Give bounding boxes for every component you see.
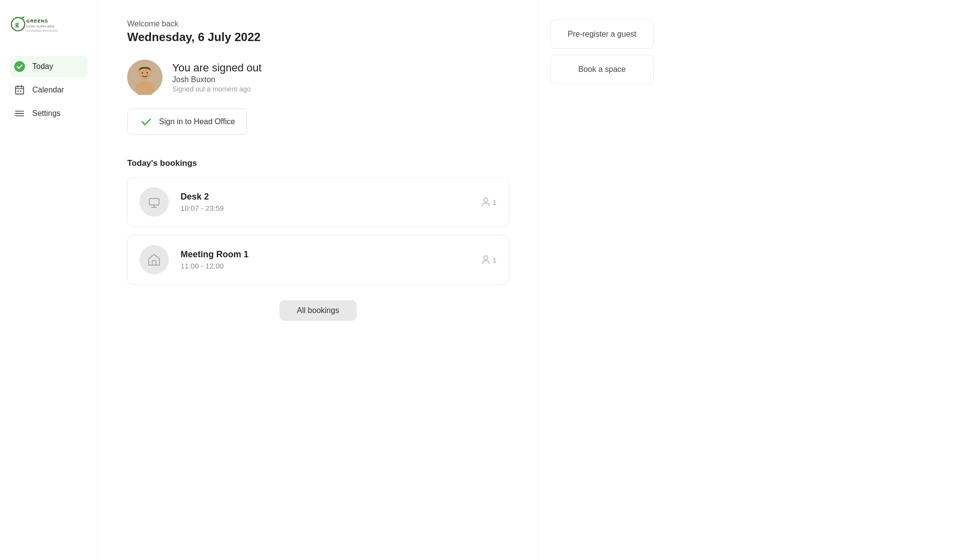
- right-panel: Pre-register a guest Book a space: [538, 0, 665, 560]
- booking-attendees-meeting-room1: 1: [481, 255, 497, 265]
- user-name: Josh Buxton: [172, 75, 262, 84]
- logo-area: g GREENS FOOD SUPPLIERS & CATERING SPECI…: [10, 12, 88, 38]
- booking-details-meeting-room1: Meeting Room 1 11:00 - 12:00: [181, 249, 481, 270]
- bookings-section: Today's bookings Desk 2 10:07 - 23:59: [127, 158, 509, 321]
- svg-text:& CATERING SPECIALISTS: & CATERING SPECIALISTS: [26, 30, 58, 32]
- person-icon: [481, 255, 491, 265]
- sidebar-item-settings[interactable]: Settings: [10, 103, 88, 124]
- svg-rect-24: [152, 261, 156, 265]
- svg-rect-11: [20, 90, 22, 92]
- desk-icon: [146, 194, 162, 210]
- checkmark-icon: [139, 115, 153, 129]
- user-card: You are signed out Josh Buxton Signed ou…: [127, 60, 509, 95]
- booking-name-desk2: Desk 2: [181, 192, 481, 202]
- svg-rect-6: [16, 87, 24, 94]
- avatar: [127, 60, 162, 95]
- booking-attendees-desk2: 1: [481, 197, 497, 207]
- attendee-count-meeting-room1: 1: [493, 256, 497, 264]
- svg-text:GREENS: GREENS: [26, 19, 48, 23]
- svg-text:g: g: [15, 20, 19, 28]
- logo-icon: g GREENS FOOD SUPPLIERS & CATERING SPECI…: [10, 12, 64, 36]
- bookings-title: Today's bookings: [127, 158, 509, 168]
- all-bookings-button[interactable]: All bookings: [279, 300, 357, 321]
- signed-time: Signed out a moment ago: [172, 85, 262, 93]
- sidebar-item-today-label: Today: [32, 62, 53, 71]
- book-a-space-link[interactable]: Book a space: [550, 55, 654, 84]
- book-a-space-label: Book a space: [578, 65, 626, 73]
- svg-point-5: [14, 61, 25, 72]
- sign-in-button[interactable]: Sign in to Head Office: [127, 109, 247, 135]
- desk-icon-wrap: [139, 187, 169, 217]
- attendee-count-desk2: 1: [493, 198, 497, 206]
- svg-point-19: [147, 72, 148, 74]
- sidebar-item-today[interactable]: Today: [10, 56, 88, 77]
- svg-point-25: [484, 256, 488, 260]
- user-info: You are signed out Josh Buxton Signed ou…: [172, 62, 262, 93]
- meeting-room-icon: [146, 252, 162, 268]
- today-icon: [14, 61, 25, 72]
- sidebar-item-settings-label: Settings: [32, 109, 61, 118]
- pre-register-guest-label: Pre-register a guest: [568, 30, 637, 38]
- svg-point-23: [484, 198, 488, 202]
- signed-out-label: You are signed out: [172, 62, 262, 74]
- svg-point-18: [142, 72, 143, 74]
- booking-card-desk2[interactable]: Desk 2 10:07 - 23:59 1: [127, 177, 509, 227]
- svg-text:FOOD SUPPLIERS: FOOD SUPPLIERS: [26, 25, 55, 28]
- booking-time-meeting-room1: 11:00 - 12:00: [181, 262, 481, 270]
- sidebar-item-calendar-label: Calendar: [32, 86, 64, 94]
- booking-details-desk2: Desk 2 10:07 - 23:59: [181, 192, 481, 212]
- settings-icon: [14, 108, 25, 119]
- main-content: Welcome back Wednesday, 6 July 2022 You …: [98, 0, 538, 560]
- pre-register-guest-link[interactable]: Pre-register a guest: [550, 20, 654, 49]
- person-icon: [481, 197, 491, 207]
- sidebar-item-calendar[interactable]: Calendar: [10, 79, 88, 101]
- all-bookings-wrapper: All bookings: [127, 300, 509, 321]
- booking-card-meeting-room1[interactable]: Meeting Room 1 11:00 - 12:00 1: [127, 235, 509, 285]
- booking-time-desk2: 10:07 - 23:59: [181, 204, 481, 212]
- svg-rect-20: [149, 199, 159, 205]
- booking-name-meeting-room1: Meeting Room 1: [181, 249, 481, 260]
- welcome-text: Welcome back: [127, 20, 509, 28]
- date-text: Wednesday, 6 July 2022: [127, 30, 509, 44]
- sign-in-label: Sign in to Head Office: [159, 117, 235, 126]
- svg-rect-10: [17, 90, 19, 92]
- calendar-icon: [14, 84, 25, 96]
- sidebar: g GREENS FOOD SUPPLIERS & CATERING SPECI…: [0, 0, 98, 560]
- meeting-room-icon-wrap: [139, 245, 169, 274]
